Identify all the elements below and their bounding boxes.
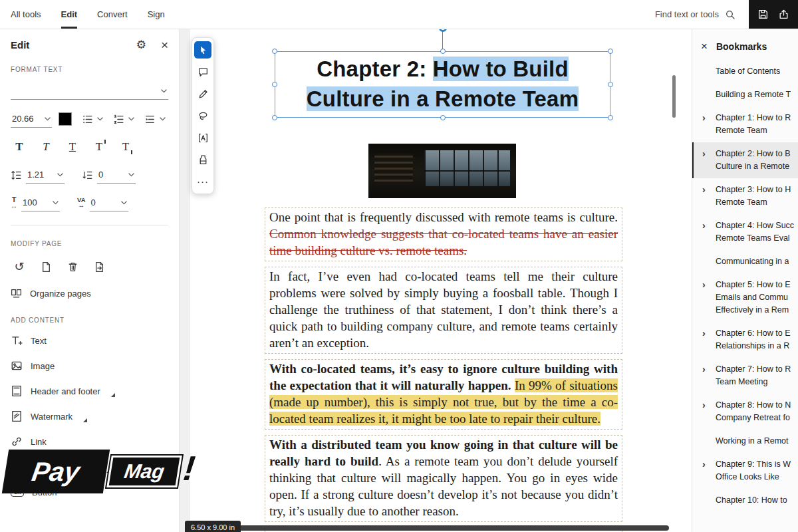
bookmark-item[interactable]: ›Chapter 3: How to HRemote Team [692, 178, 798, 214]
font-size-select[interactable]: 20.66 [11, 110, 52, 128]
bookmark-item[interactable]: ›Chapter 1: How to RRemote Team [692, 106, 798, 142]
selection-handle[interactable] [272, 115, 277, 120]
chevron-right-icon[interactable]: › [702, 148, 710, 173]
close-bookmarks-icon[interactable]: × [701, 41, 708, 52]
selection-handle[interactable] [608, 82, 613, 87]
chevron-down-icon [57, 173, 63, 177]
add-image-label: Image [31, 361, 55, 371]
rotate-handle[interactable] [439, 29, 447, 32]
chevron-right-icon[interactable]: › [702, 458, 710, 483]
horizontal-scrollbar-thumb[interactable] [227, 525, 669, 531]
add-image-button[interactable]: Image [11, 353, 168, 378]
fill-color-tool-button[interactable] [194, 151, 211, 168]
tab-sign[interactable]: Sign [148, 0, 165, 29]
char-spacing-value: 0 [91, 198, 96, 207]
bookmark-item[interactable]: Chapter 10: How to [692, 489, 798, 512]
subscript-button[interactable]: T [117, 138, 134, 156]
chevron-right-icon[interactable]: › [702, 363, 710, 388]
add-button-button[interactable]: OK Button [11, 479, 168, 505]
italic-button[interactable]: T [37, 138, 55, 156]
pdf-page[interactable]: Chapter 2: How to Build Culture in a Rem… [190, 29, 692, 532]
trash-icon [67, 261, 78, 273]
chevron-right-icon[interactable]: › [702, 112, 710, 137]
tab-convert[interactable]: Convert [97, 0, 128, 29]
numbered-list-button[interactable] [110, 110, 134, 128]
save-button[interactable] [757, 9, 769, 20]
superscript-button[interactable]: T [90, 138, 108, 156]
bookmark-item[interactable]: Building a Remote T [692, 83, 798, 106]
line-spacing-control[interactable]: 1.21 [11, 166, 65, 184]
bookmark-item[interactable]: Table of Contents [692, 60, 798, 83]
chevron-right-icon[interactable]: › [702, 184, 710, 209]
insert-page-button[interactable] [37, 258, 55, 275]
lasso-icon [198, 110, 209, 122]
more-tools-button[interactable]: ··· [194, 173, 211, 190]
bookmark-item[interactable]: ›Chapter 5: How to EEmails and CommuEffe… [692, 273, 798, 322]
font-family-select[interactable] [11, 82, 168, 100]
gear-icon[interactable]: ⚙ [136, 39, 146, 51]
tab-edit[interactable]: Edit [61, 0, 78, 29]
select-tool-button[interactable] [194, 41, 211, 59]
selection-handle[interactable] [608, 115, 613, 120]
font-color-swatch[interactable] [59, 112, 72, 126]
chevron-right-icon[interactable]: › [702, 219, 710, 245]
organize-pages-button[interactable]: Organize pages [11, 285, 168, 302]
header-footer-button[interactable]: Header and footer [11, 378, 168, 404]
selection-handle[interactable] [608, 49, 613, 54]
vertical-scrollbar-thumb[interactable] [672, 75, 676, 118]
add-link-label: Link [31, 437, 47, 447]
chevron-right-icon[interactable]: › [702, 279, 710, 317]
char-spacing-control[interactable]: VA↔ 0 [77, 194, 128, 211]
bookmark-item[interactable]: Communicating in a [692, 250, 798, 273]
modify-page-label: MODIFY PAGE [11, 240, 168, 247]
underline-button[interactable]: T [64, 138, 81, 156]
bold-button[interactable]: T [11, 138, 28, 156]
share-button[interactable] [778, 9, 789, 20]
tab-all-tools[interactable]: All tools [11, 0, 41, 29]
add-link-button[interactable]: Link [11, 429, 168, 454]
alignment-button[interactable] [141, 110, 166, 128]
bookmark-item[interactable]: ›Chapter 6: How to ERelationships in a R [692, 322, 798, 358]
bookmark-item[interactable]: ›Chapter 9: This is WOffice Looks Like [692, 453, 798, 489]
text-block[interactable]: With co-located teams, it’s easy to igno… [265, 359, 622, 430]
text-block[interactable]: In fact, I’ve even had co-located teams … [265, 267, 622, 354]
bookmark-item[interactable]: ›Chapter 7: How to RTeam Meeting [692, 358, 798, 394]
rotate-page-button[interactable]: ↺ [11, 258, 28, 275]
bates-numbering-button[interactable]: Bates numbering [11, 454, 168, 479]
text-block[interactable]: One point that is frequently discussed w… [265, 207, 622, 261]
text-block[interactable]: With a distributed team you know going i… [265, 435, 622, 522]
bookmark-item[interactable]: Working in a Remot [692, 430, 798, 453]
dark-action-bar [749, 0, 798, 29]
bookmark-item[interactable]: ›Chapter 8: How to NCompany Retreat fo [692, 394, 798, 430]
add-text-label: Text [31, 336, 47, 346]
chevron-down-icon [45, 117, 51, 121]
delete-page-button[interactable] [64, 258, 81, 275]
title-text-box[interactable]: Chapter 2: How to Build Culture in a Rem… [275, 51, 610, 118]
draw-tool-button[interactable] [194, 85, 211, 102]
comment-tool-button[interactable] [194, 63, 211, 80]
select-text-tool-button[interactable] [194, 129, 211, 146]
chevron-right-icon[interactable]: › [702, 399, 710, 424]
find-tools-search[interactable]: Find text or tools [655, 0, 749, 29]
paragraph-spacing-control[interactable]: 0 [82, 166, 136, 184]
selection-handle[interactable] [440, 115, 446, 120]
header-footer-label: Header and footer [31, 386, 100, 396]
add-button-label: Button [32, 487, 57, 497]
office-photo[interactable] [368, 144, 516, 198]
lasso-tool-button[interactable] [194, 107, 211, 124]
chevron-right-icon[interactable]: › [702, 327, 710, 352]
close-panel-icon[interactable]: × [161, 39, 168, 51]
horizontal-scale-control[interactable]: T↔ 100 [11, 194, 60, 211]
extract-page-icon [94, 261, 105, 273]
bookmark-item[interactable]: ›Chapter 2: How to BCulture in a Remote [692, 142, 798, 178]
kerning-icon: VA↔ [77, 198, 86, 208]
watermark-button[interactable]: Watermark [11, 404, 168, 429]
selection-handle[interactable] [272, 49, 277, 54]
add-text-button[interactable]: Text [11, 328, 168, 353]
bookmark-item[interactable]: ›Chapter 4: How SuccRemote Teams Eval [692, 214, 798, 250]
selection-handle[interactable] [272, 82, 277, 87]
extract-page-button[interactable] [90, 258, 108, 275]
bullet-list-button[interactable] [78, 110, 103, 128]
selection-handle[interactable] [440, 49, 446, 54]
bookmark-label: Table of Contents [716, 65, 780, 78]
